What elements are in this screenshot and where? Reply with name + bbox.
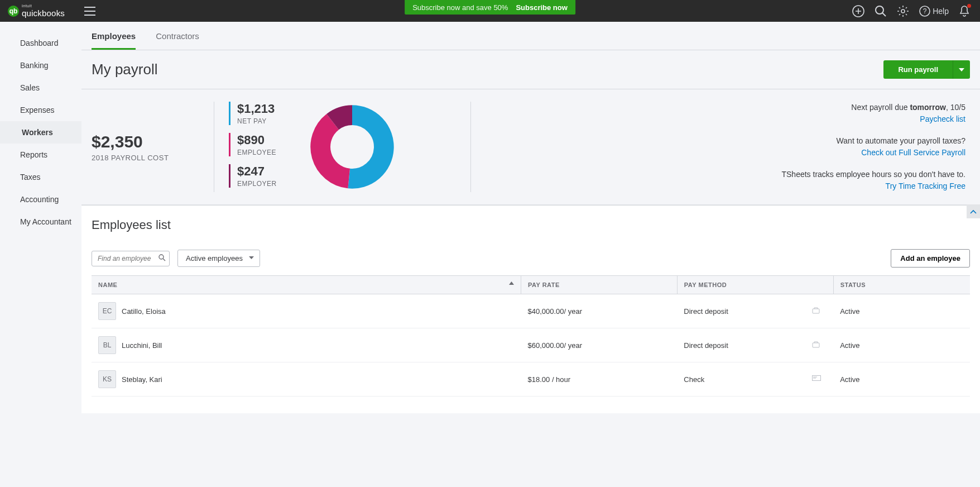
sidebar-item-workers[interactable]: Workers xyxy=(0,121,81,144)
sidebar-item-dashboard[interactable]: Dashboard xyxy=(0,32,81,54)
status: Active xyxy=(833,328,970,362)
column-name[interactable]: NAME xyxy=(92,276,521,294)
add-employee-button[interactable]: Add an employee xyxy=(891,249,970,268)
employee-row[interactable]: KSSteblay, Kari$18.00 / hourCheckActive xyxy=(92,362,970,397)
employee-search-input[interactable] xyxy=(92,251,170,266)
tabs: EmployeesContractors xyxy=(81,22,980,50)
breakdown-net-pay: $1,213NET PAY xyxy=(229,102,277,125)
menu-icon[interactable] xyxy=(84,7,95,16)
employees-list-title: Employees list xyxy=(92,206,970,249)
pay-rate: $60,000.00/ year xyxy=(521,328,678,362)
add-icon[interactable] xyxy=(852,5,864,17)
employee-row[interactable]: ECCatillo, Eloisa$40,000.00/ yearDirect … xyxy=(92,294,970,328)
help-icon[interactable]: ?Help xyxy=(919,6,949,17)
logo-name: quickbooks xyxy=(22,8,65,18)
pay-rate: $18.00 / hour xyxy=(521,362,678,397)
column-pay-method[interactable]: PAY METHOD xyxy=(677,276,833,294)
search-icon[interactable] xyxy=(875,5,887,17)
total-amount: $2,350 xyxy=(92,132,199,151)
promo-cta[interactable]: Subscribe now xyxy=(516,3,567,12)
promo-text: Subscribe now and save 50% xyxy=(412,3,508,12)
paycheck-list-link[interactable]: Paycheck list xyxy=(920,114,965,123)
tab-employees[interactable]: Employees xyxy=(92,22,136,50)
deposit-icon xyxy=(812,341,821,348)
sidebar: DashboardBankingSalesExpensesWorkersRepo… xyxy=(0,22,81,413)
svg-rect-7 xyxy=(813,343,819,347)
bell-icon[interactable] xyxy=(959,5,970,17)
svg-point-5 xyxy=(159,255,164,259)
chevron-down-icon xyxy=(249,256,254,260)
pay-method: Direct deposit xyxy=(684,341,728,350)
logo[interactable]: qb intuitquickbooks xyxy=(8,4,65,18)
column-pay-rate[interactable]: PAY RATE xyxy=(521,276,678,294)
pay-method: Direct deposit xyxy=(684,307,728,316)
logo-parent: intuit xyxy=(22,4,65,8)
next-payroll-text: Next payroll due tomorrow, 10/5 xyxy=(851,103,965,112)
avatar: KS xyxy=(98,370,116,388)
run-payroll-dropdown[interactable] xyxy=(953,60,970,79)
notification-dot xyxy=(967,4,971,8)
help-label: Help xyxy=(933,7,949,16)
gear-icon[interactable] xyxy=(897,5,909,17)
tab-contractors[interactable]: Contractors xyxy=(156,22,199,50)
filter-value: Active employees xyxy=(186,254,243,262)
sidebar-item-sales[interactable]: Sales xyxy=(0,77,81,99)
employee-name: Catillo, Eloisa xyxy=(122,307,166,316)
svg-rect-6 xyxy=(813,309,819,313)
tsheets-text: TSheets tracks employee hours so you don… xyxy=(781,170,965,179)
collapse-icon[interactable] xyxy=(967,205,980,218)
page-title: My payroll xyxy=(92,61,157,78)
logo-badge: qb xyxy=(8,6,19,17)
column-status[interactable]: STATUS xyxy=(833,276,970,294)
breakdown-employer: $247EMPLOYER xyxy=(229,164,277,188)
sort-asc-icon xyxy=(509,281,514,285)
promo-banner[interactable]: Subscribe now and save 50% Subscribe now xyxy=(405,0,575,15)
tsheets-link[interactable]: Try Time Tracking Free xyxy=(886,182,965,190)
sidebar-item-banking[interactable]: Banking xyxy=(0,54,81,77)
pay-method: Check xyxy=(684,375,704,384)
svg-point-1 xyxy=(876,6,883,14)
employee-filter-dropdown[interactable]: Active employees xyxy=(177,250,260,267)
check-icon xyxy=(812,375,821,381)
avatar: BL xyxy=(98,336,116,354)
employee-name: Lucchini, Bill xyxy=(122,341,162,350)
employee-row[interactable]: BLLucchini, Bill$60,000.00/ yearDirect d… xyxy=(92,328,970,362)
sidebar-item-accounting[interactable]: Accounting xyxy=(0,188,81,211)
sidebar-item-expenses[interactable]: Expenses xyxy=(0,99,81,121)
sidebar-item-taxes[interactable]: Taxes xyxy=(0,166,81,188)
pay-rate: $40,000.00/ year xyxy=(521,294,678,328)
avatar: EC xyxy=(98,302,116,320)
payroll-donut-chart xyxy=(310,105,394,189)
svg-point-2 xyxy=(901,9,905,13)
sidebar-item-my-accountant[interactable]: My Accountant xyxy=(0,211,81,233)
total-caption: 2018 PAYROLL COST xyxy=(92,154,199,162)
status: Active xyxy=(833,362,970,397)
search-icon[interactable] xyxy=(158,254,166,261)
full-service-link[interactable]: Check out Full Service Payroll xyxy=(861,148,965,157)
sidebar-item-reports[interactable]: Reports xyxy=(0,144,81,166)
run-payroll-button[interactable]: Run payroll xyxy=(883,60,953,79)
employee-name: Steblay, Kari xyxy=(122,375,162,384)
breakdown-employee: $890EMPLOYEE xyxy=(229,133,277,156)
svg-text:?: ? xyxy=(923,7,927,15)
deposit-icon xyxy=(812,307,821,314)
status: Active xyxy=(833,294,970,328)
automate-text: Want to automate your payroll taxes? xyxy=(837,136,965,145)
